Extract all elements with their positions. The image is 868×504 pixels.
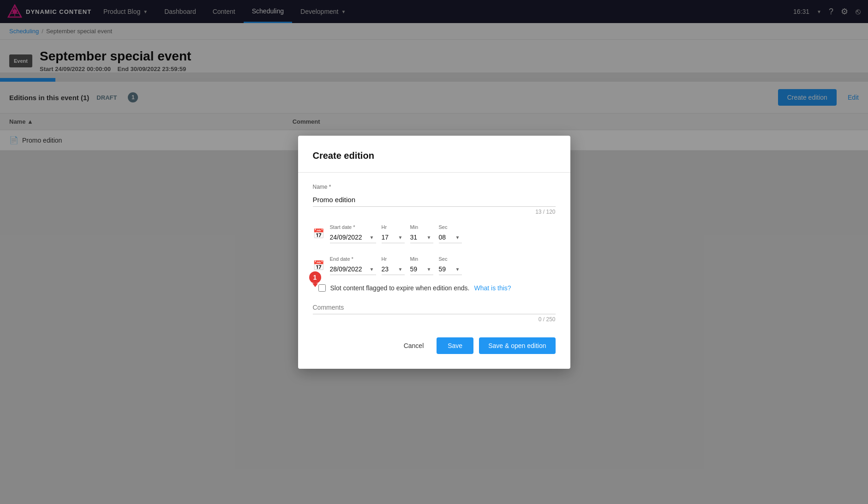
min-label: Min: [410, 224, 433, 230]
start-sec-select[interactable]: 08: [439, 232, 462, 243]
create-edition-modal: Create edition Name * 13 / 120 📅 Start d…: [298, 136, 570, 369]
sec-label: Sec: [439, 256, 462, 262]
start-date-select-wrap: 24/09/2022 ▼: [330, 232, 376, 243]
modal-overlay: Create edition Name * 13 / 120 📅 Start d…: [0, 0, 868, 504]
end-date-group: End date * 28/09/2022 ▼: [330, 256, 376, 275]
end-sec-select-wrap: 59 ▼: [439, 264, 462, 275]
name-input[interactable]: [313, 193, 556, 207]
end-sec-group: Sec 59 ▼: [439, 256, 462, 275]
name-label: Name *: [313, 184, 556, 190]
save-open-edition-button[interactable]: Save & open edition: [479, 337, 555, 354]
modal-divider: [298, 172, 570, 173]
start-hr-select-wrap: 17 ▼: [382, 232, 405, 243]
start-date-select[interactable]: 24/09/2022: [330, 232, 376, 243]
comments-input[interactable]: [313, 301, 556, 314]
start-hr-select[interactable]: 17: [382, 232, 405, 243]
end-date-select-wrap: 28/09/2022 ▼: [330, 264, 376, 275]
start-datetime-row: 📅 Start date * 24/09/2022 ▼ Hr 17 ▼: [313, 224, 556, 243]
tooltip-badge: 1: [309, 271, 321, 283]
end-min-select[interactable]: 59: [410, 264, 433, 275]
save-button[interactable]: Save: [437, 337, 473, 354]
min-label: Min: [410, 256, 433, 262]
expire-checkbox-container: 1 Slot content flagged to expire when ed…: [313, 284, 556, 292]
start-sec-group: Sec 08 ▼: [439, 224, 462, 243]
cancel-button[interactable]: Cancel: [396, 337, 431, 354]
hr-label: Hr: [382, 256, 405, 262]
start-min-group: Min 31 ▼: [410, 224, 433, 243]
end-hr-select-wrap: 23 ▼: [382, 264, 405, 275]
name-field-group: Name * 13 / 120: [313, 184, 556, 215]
expire-checkbox-label: Slot content flagged to expire when edit…: [330, 284, 470, 292]
start-hr-group: Hr 17 ▼: [382, 224, 405, 243]
end-hr-group: Hr 23 ▼: [382, 256, 405, 275]
start-date-label: Start date *: [330, 224, 376, 230]
modal-title: Create edition: [313, 150, 556, 161]
comments-char-count: 0 / 250: [313, 316, 556, 323]
calendar-icon[interactable]: 📅: [313, 260, 324, 271]
start-date-group: Start date * 24/09/2022 ▼: [330, 224, 376, 243]
comments-field-group: 0 / 250: [313, 301, 556, 323]
end-date-select[interactable]: 28/09/2022: [330, 264, 376, 275]
modal-footer: Cancel Save Save & open edition: [313, 337, 556, 354]
hr-label: Hr: [382, 224, 405, 230]
end-sec-select[interactable]: 59: [439, 264, 462, 275]
start-min-select-wrap: 31 ▼: [410, 232, 433, 243]
end-min-select-wrap: 59 ▼: [410, 264, 433, 275]
end-min-group: Min 59 ▼: [410, 256, 433, 275]
tooltip-arrow-icon: [312, 283, 318, 287]
calendar-icon[interactable]: 📅: [313, 228, 324, 239]
end-hr-select[interactable]: 23: [382, 264, 405, 275]
start-sec-select-wrap: 08 ▼: [439, 232, 462, 243]
end-datetime-row: 📅 End date * 28/09/2022 ▼ Hr 23 ▼: [313, 256, 556, 275]
sec-label: Sec: [439, 224, 462, 230]
name-char-count: 13 / 120: [313, 209, 556, 215]
tooltip-indicator: 1: [309, 271, 321, 287]
start-min-select[interactable]: 31: [410, 232, 433, 243]
end-date-label: End date *: [330, 256, 376, 262]
what-is-this-link[interactable]: What is this?: [474, 284, 511, 292]
